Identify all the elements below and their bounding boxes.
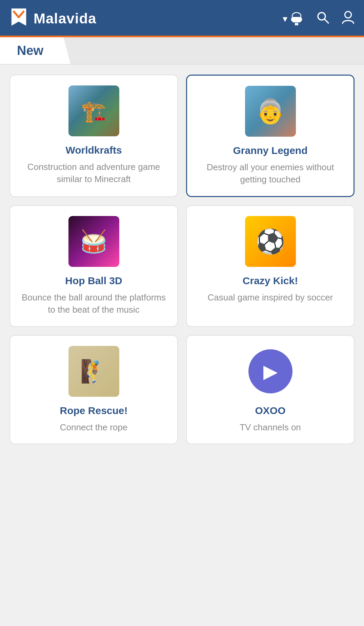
- app-card-worldkrafts[interactable]: Worldkrafts Construction and adventure g…: [9, 75, 178, 197]
- logo-text: Malavida: [34, 11, 96, 27]
- svg-point-3: [298, 15, 299, 16]
- logo-container: Malavida: [9, 8, 283, 29]
- app-card-hop-ball-3d[interactable]: Hop Ball 3D Bounce the ball around the p…: [9, 205, 178, 327]
- app-grid: Worldkrafts Construction and adventure g…: [9, 75, 355, 444]
- tab-new-label: New: [17, 43, 43, 58]
- app-thumbnail-granny-legend: [245, 86, 296, 137]
- tab-bar: New: [0, 37, 364, 64]
- malavida-logo-icon: [9, 8, 28, 29]
- app-desc-hop-ball-3d: Bounce the ball around the platforms to …: [17, 291, 170, 316]
- svg-rect-1: [292, 17, 301, 22]
- app-name-hop-ball-3d: Hop Ball 3D: [65, 275, 122, 287]
- app-card-rope-rescue[interactable]: Rope Rescue! Connect the rope: [9, 335, 178, 444]
- svg-point-2: [294, 15, 296, 16]
- app-card-oxoo[interactable]: ▶ OXOO TV channels on: [186, 335, 355, 444]
- app-name-worldkrafts: Worldkrafts: [65, 144, 122, 156]
- svg-rect-8: [295, 23, 297, 25]
- app-desc-granny-legend: Destroy all your enemies without getting…: [194, 161, 347, 186]
- oxoo-circle-bg: ▶: [248, 349, 292, 393]
- svg-rect-9: [297, 23, 298, 25]
- app-thumbnail-crazy-kick: [245, 216, 296, 267]
- svg-rect-7: [300, 18, 302, 21]
- app-name-granny-legend: Granny Legend: [233, 145, 307, 156]
- search-icon[interactable]: [316, 11, 329, 27]
- app-card-crazy-kick[interactable]: Crazy Kick! Casual game inspired by socc…: [186, 205, 355, 327]
- app-thumbnail-hop-ball-3d: [68, 216, 119, 267]
- svg-line-11: [324, 19, 328, 23]
- platform-selector[interactable]: ▾: [283, 12, 304, 26]
- app-desc-crazy-kick: Casual game inspired by soccer: [208, 291, 333, 304]
- dropdown-arrow-icon: ▾: [283, 13, 287, 24]
- content-area: Worldkrafts Construction and adventure g…: [0, 64, 364, 454]
- svg-rect-6: [291, 18, 293, 21]
- app-name-crazy-kick: Crazy Kick!: [243, 275, 298, 287]
- app-desc-rope-rescue: Connect the rope: [60, 421, 127, 433]
- app-thumbnail-worldkrafts: [68, 85, 119, 136]
- play-icon: ▶: [263, 360, 278, 382]
- svg-point-12: [345, 11, 351, 18]
- svg-line-4: [293, 13, 294, 14]
- app-thumbnail-rope-rescue: [68, 346, 119, 397]
- app-header: Malavida ▾: [0, 0, 364, 37]
- svg-line-5: [299, 13, 300, 14]
- header-icons: ▾: [283, 11, 355, 27]
- app-card-granny-legend[interactable]: Granny Legend Destroy all your enemies w…: [186, 75, 355, 197]
- app-thumbnail-oxoo: ▶: [245, 346, 296, 397]
- app-desc-oxoo: TV channels on: [240, 421, 301, 433]
- android-icon: [289, 12, 304, 26]
- tab-new[interactable]: New: [0, 37, 70, 64]
- app-name-rope-rescue: Rope Rescue!: [60, 405, 127, 416]
- app-desc-worldkrafts: Construction and adventure game similar …: [17, 161, 170, 185]
- app-name-oxoo: OXOO: [255, 405, 285, 416]
- user-icon[interactable]: [342, 11, 355, 27]
